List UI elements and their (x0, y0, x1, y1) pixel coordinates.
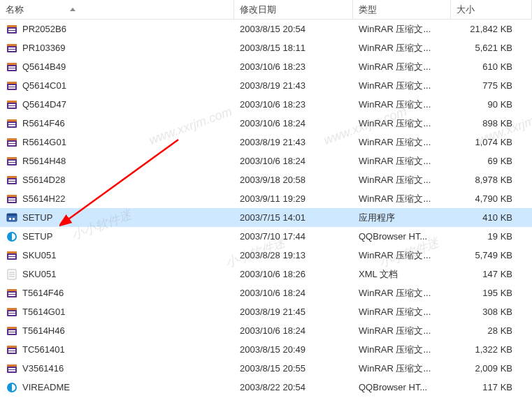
table-row[interactable]: SKU0512003/8/28 19:13WinRAR 压缩文...5,749 … (0, 246, 532, 265)
column-header-size-label: 大小 (456, 3, 475, 16)
file-name: S5614H22 (22, 193, 65, 204)
file-type: WinRAR 压缩文... (353, 98, 451, 111)
file-date: 2003/7/15 14:01 (234, 212, 353, 223)
file-type: WinRAR 压缩文... (353, 306, 451, 318)
svg-rect-43 (13, 218, 15, 220)
file-size: 19 KB (451, 231, 532, 242)
svg-rect-39 (8, 200, 15, 202)
rar-icon (6, 80, 18, 92)
svg-rect-2 (8, 29, 15, 30)
table-row[interactable]: VIREADME2003/8/22 20:54QQBrowser HT...11… (0, 378, 532, 397)
svg-rect-54 (7, 289, 17, 291)
file-name: Q5614B49 (22, 61, 66, 72)
file-size: 69 KB (451, 156, 532, 166)
table-row[interactable]: T5614H462003/10/6 18:24WinRAR 压缩文...28 K… (0, 321, 532, 340)
svg-rect-19 (8, 106, 15, 108)
svg-rect-23 (8, 125, 15, 126)
table-row[interactable]: V35614162003/8/15 20:55WinRAR 压缩文...2,00… (0, 359, 532, 378)
file-size: 90 KB (451, 99, 532, 110)
file-date: 2003/10/6 18:26 (234, 269, 353, 279)
file-date: 2003/8/28 19:13 (234, 250, 353, 260)
svg-rect-34 (8, 179, 15, 181)
svg-rect-3 (8, 31, 15, 32)
table-row[interactable]: PR1033692003/8/15 18:11WinRAR 压缩文...5,62… (0, 38, 532, 57)
column-header-date-label: 修改日期 (240, 3, 276, 16)
rar-icon (6, 306, 18, 318)
table-row[interactable]: R5614H482003/10/6 18:24WinRAR 压缩文...69 K… (0, 152, 532, 170)
rar-icon (6, 174, 18, 186)
rar-icon (6, 155, 18, 168)
file-name: Q5614D47 (22, 99, 66, 110)
table-row[interactable]: S5614D282003/9/18 20:58WinRAR 压缩文...8,97… (0, 170, 532, 189)
table-row[interactable]: R5614F462003/10/6 18:24WinRAR 压缩文...898 … (0, 114, 532, 133)
svg-rect-35 (8, 182, 15, 183)
file-type: WinRAR 压缩文... (353, 155, 451, 168)
svg-rect-14 (8, 85, 15, 87)
column-header-name[interactable]: 名称 (0, 0, 234, 19)
file-name: TC561401 (22, 344, 65, 355)
file-date: 2003/8/19 21:45 (234, 307, 353, 317)
file-type: WinRAR 压缩文... (353, 42, 451, 54)
table-row[interactable]: SETUP2003/7/15 14:01应用程序410 KB (0, 208, 532, 227)
column-header-size[interactable]: 大小 (451, 0, 532, 19)
file-size: 1,322 KB (451, 344, 532, 355)
file-type: WinRAR 压缩文... (353, 362, 451, 375)
table-row[interactable]: PR2052B62003/8/15 20:54WinRAR 压缩文...21,8… (0, 20, 532, 38)
table-row[interactable]: T5614F462003/10/6 18:24WinRAR 压缩文...195 … (0, 284, 532, 302)
svg-rect-46 (7, 251, 17, 253)
svg-rect-21 (7, 119, 17, 122)
rar-icon (6, 117, 18, 130)
svg-rect-33 (7, 176, 17, 178)
rar-icon (6, 344, 18, 356)
file-size: 308 KB (451, 307, 532, 317)
table-row[interactable]: Q5614C012003/8/19 21:43WinRAR 压缩文...775 … (0, 76, 532, 95)
svg-rect-63 (8, 330, 15, 332)
qq-icon (6, 381, 18, 394)
svg-rect-9 (7, 63, 17, 65)
table-row[interactable]: SETUP2003/7/10 17:44QQBrowser HT...19 KB (0, 227, 532, 246)
table-row[interactable]: R5614G012003/8/19 21:43WinRAR 压缩文...1,07… (0, 133, 532, 152)
file-date: 2003/10/6 18:24 (234, 288, 353, 298)
file-date: 2003/8/22 20:54 (234, 382, 353, 392)
svg-rect-60 (8, 314, 15, 315)
svg-rect-30 (8, 161, 15, 162)
file-size: 8,978 KB (451, 175, 532, 185)
file-name: VIREADME (22, 382, 70, 392)
table-row[interactable]: T5614G012003/8/19 21:45WinRAR 压缩文...308 … (0, 302, 532, 321)
file-type: XML 文档 (353, 268, 451, 281)
table-row[interactable]: Q5614D472003/10/6 18:23WinRAR 压缩文...90 K… (0, 95, 532, 114)
file-type: QQBrowser HT... (353, 382, 451, 392)
svg-rect-66 (7, 346, 17, 348)
file-date: 2003/8/15 18:11 (234, 43, 353, 53)
column-header-date[interactable]: 修改日期 (234, 0, 353, 19)
svg-rect-17 (7, 101, 17, 103)
svg-rect-64 (8, 332, 15, 334)
table-row[interactable]: SKU0512003/10/6 18:26XML 文档147 KB (0, 265, 532, 284)
file-size: 195 KB (451, 288, 532, 298)
file-type: WinRAR 压缩文... (353, 325, 451, 337)
table-row[interactable]: TC5614012003/8/15 20:49WinRAR 压缩文...1,32… (0, 340, 532, 359)
file-name: SKU051 (22, 269, 56, 279)
sort-ascending-icon (70, 8, 76, 11)
svg-rect-7 (8, 50, 15, 51)
file-list: PR2052B62003/8/15 20:54WinRAR 压缩文...21,8… (0, 20, 532, 397)
file-date: 2003/8/19 21:43 (234, 137, 353, 147)
file-name: Q5614C01 (22, 80, 66, 91)
file-size: 410 KB (451, 212, 532, 223)
qq-icon (6, 230, 18, 243)
table-row[interactable]: Q5614B492003/10/6 18:23WinRAR 压缩文...610 … (0, 57, 532, 76)
file-name: SETUP (22, 212, 52, 223)
rar-icon (6, 23, 18, 36)
svg-rect-11 (8, 68, 15, 70)
table-row[interactable]: S5614H222003/9/11 19:29WinRAR 压缩文...4,79… (0, 189, 532, 208)
file-date: 2003/9/11 19:29 (234, 193, 353, 204)
svg-rect-6 (8, 47, 15, 49)
svg-rect-15 (8, 87, 15, 89)
file-name: T5614H46 (22, 325, 65, 336)
column-header-type[interactable]: 类型 (353, 0, 451, 19)
file-size: 5,621 KB (451, 43, 532, 53)
file-size: 898 KB (451, 118, 532, 128)
file-name: R5614H48 (22, 156, 66, 166)
rar-icon (6, 287, 18, 300)
file-date: 2003/8/15 20:54 (234, 24, 353, 34)
